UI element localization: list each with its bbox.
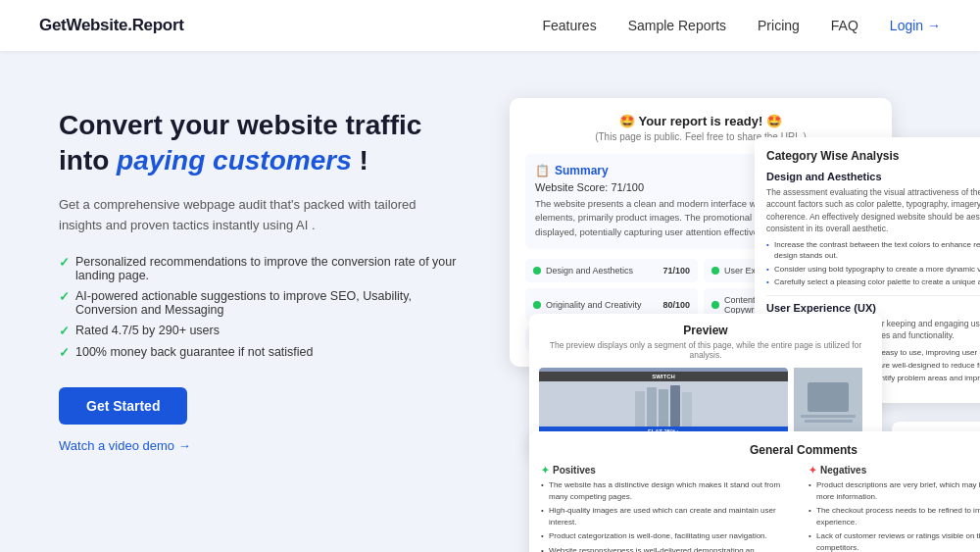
design-bullet-3: Carefully select a pleasing color palett…	[766, 276, 980, 287]
positives-title: ✦ Positives	[541, 465, 799, 476]
positive-2: High-quality images are used which can c…	[541, 505, 799, 527]
comments-grid: ✦ Positives The website has a distinctiv…	[541, 465, 980, 552]
metric-label-originality: Originality and Creativity	[546, 300, 658, 310]
hero-section: Convert your website traffic into paying…	[0, 51, 980, 552]
negatives-icon: ✦	[808, 465, 816, 476]
category-title: Category Wise Analysis	[766, 149, 980, 163]
feature-1: Personalized recommendations to improve …	[59, 255, 470, 282]
navbar: GetWebsite.Report Features Sample Report…	[0, 0, 980, 51]
feature-4: 100% money back guarantee if not satisfi…	[59, 345, 470, 360]
report-header: 🤩 Your report is ready! 🤩	[525, 114, 876, 128]
metric-dot-content	[711, 301, 719, 309]
design-bullets: Increase the contrast between the text c…	[766, 239, 980, 287]
design-bullet-2: Consider using bold typography to create…	[766, 264, 980, 275]
design-desc: The assessment evaluating the visual att…	[766, 186, 980, 234]
metric-dot-originality	[533, 301, 541, 309]
hero-title-highlight: paying customers	[117, 145, 352, 176]
hero-features: Personalized recommendations to improve …	[59, 255, 470, 360]
desktop-preview-image: SWITCH FLAT 25%+	[539, 368, 788, 436]
hero-left: Convert your website traffic into paying…	[59, 98, 470, 453]
positive-1: The website has a distinctive design whi…	[541, 479, 799, 502]
nav-logo: GetWebsite.Report	[39, 16, 184, 35]
design-section-label: Design and Aesthetics	[766, 171, 882, 182]
positives-icon: ✦	[541, 465, 549, 476]
get-started-button[interactable]: Get Started	[59, 387, 187, 425]
feature-2: AI-powered actionable suggestions to imp…	[59, 289, 470, 317]
positive-4: Website responsiveness is well-delivered…	[541, 545, 799, 552]
positive-3: Product categorization is well-done, fac…	[541, 530, 799, 542]
preview-title: Preview	[539, 324, 872, 337]
metric-dot-ux	[711, 267, 719, 275]
hero-title: Convert your website traffic into paying…	[59, 108, 470, 179]
negative-2: The checkout process needs to be refined…	[808, 505, 980, 527]
report-card-comments: General Comments ✦ Positives The website…	[529, 431, 980, 552]
metric-label-design: Design and Aesthetics	[546, 266, 658, 276]
nav-links: Features Sample Reports Pricing FAQ Logi…	[542, 18, 941, 33]
nav-login[interactable]: Login →	[890, 18, 941, 33]
summary-label: Summary	[555, 164, 609, 177]
positives-label: Positives	[553, 465, 596, 476]
nav-faq[interactable]: FAQ	[831, 18, 858, 33]
negative-3: Lack of customer reviews or ratings visi…	[808, 530, 980, 552]
positives-col: ✦ Positives The website has a distinctiv…	[541, 465, 799, 552]
section-divider	[766, 295, 980, 296]
metric-dot-design	[533, 267, 541, 275]
nav-pricing[interactable]: Pricing	[758, 18, 800, 33]
feature-3: Rated 4.7/5 by 290+ users	[59, 324, 470, 338]
comments-title: General Comments	[541, 443, 980, 457]
design-section-title: Design and Aesthetics 75/50	[766, 171, 980, 182]
ux-section-title: User Experience (UX) 70/100	[766, 302, 980, 314]
hero-subtitle: Get a comprehensive webpage audit that's…	[59, 195, 421, 236]
hero-title-end: !	[352, 145, 368, 176]
negatives-label: Negatives	[820, 465, 866, 476]
mobile-preview-image	[794, 368, 862, 436]
metric-score-design: 71/100	[662, 266, 690, 276]
negatives-col: ✦ Negatives Product descriptions are ver…	[808, 465, 980, 552]
metric-score-originality: 80/100	[662, 300, 690, 310]
nav-features[interactable]: Features	[542, 18, 596, 33]
metric-design: Design and Aesthetics 71/100	[525, 259, 698, 282]
summary-icon: 📋	[535, 164, 550, 177]
negative-1: Product descriptions are very brief, whi…	[808, 479, 980, 502]
preview-subtitle: The preview displays only a segment of t…	[539, 340, 872, 360]
nav-sample-reports[interactable]: Sample Reports	[628, 18, 726, 33]
video-demo-button[interactable]: Watch a video demo →	[59, 438, 191, 453]
negatives-title: ✦ Negatives	[808, 465, 980, 476]
design-bullet-1: Increase the contrast between the text c…	[766, 239, 980, 261]
hero-right: 🤩 Your report is ready! 🤩 (This page is …	[510, 98, 921, 552]
ux-section-label: User Experience (UX)	[766, 302, 876, 314]
